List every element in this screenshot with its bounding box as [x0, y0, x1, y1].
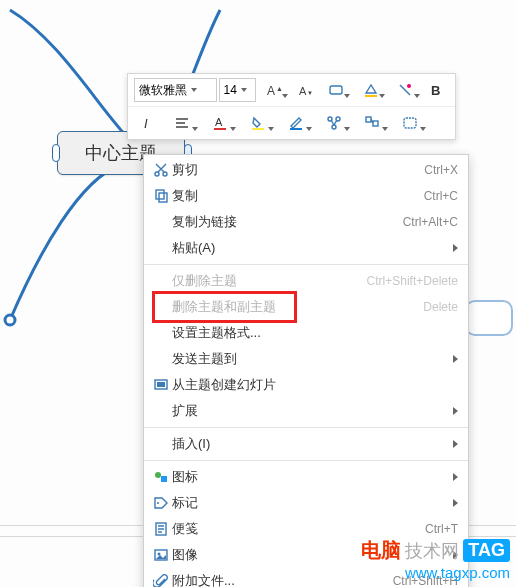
- menu-send-topic-to[interactable]: 发送主题到: [144, 346, 468, 372]
- chevron-down-icon: [420, 127, 426, 131]
- increase-font-button[interactable]: A▲: [258, 78, 291, 102]
- menu-image[interactable]: 图像: [144, 542, 468, 568]
- menu-send-topic-to-label: 发送主题到: [172, 350, 453, 368]
- menu-extensions-label: 扩展: [172, 402, 453, 420]
- chevron-right-icon: [453, 499, 458, 507]
- boundary-button[interactable]: [392, 111, 428, 135]
- menu-copy-shortcut: Ctrl+C: [424, 189, 458, 203]
- svg-point-7: [407, 84, 411, 88]
- floating-format-toolbar: 微软雅黑 14 A▲ A▼ B I: [127, 73, 456, 140]
- svg-text:B: B: [431, 83, 440, 98]
- context-menu: 剪切 Ctrl+X 复制 Ctrl+C 复制为链接 Ctrl+Alt+C 粘贴(…: [143, 154, 469, 587]
- menu-format-topic[interactable]: 设置主题格式...: [144, 320, 468, 346]
- menu-attachment[interactable]: 附加文件... Ctrl+Shift+H: [144, 568, 468, 587]
- chevron-down-icon: [306, 127, 312, 131]
- menu-insert[interactable]: 插入(I): [144, 431, 468, 457]
- chevron-down-icon: [344, 127, 350, 131]
- menu-tags[interactable]: 标记: [144, 490, 468, 516]
- copy-icon: [150, 188, 172, 204]
- menu-notes-shortcut: Ctrl+T: [425, 522, 458, 536]
- menu-format-topic-label: 设置主题格式...: [172, 324, 458, 342]
- topic-handle-left[interactable]: [52, 144, 60, 162]
- menu-delete-topic-and-sub: 删除主题和副主题 Delete: [144, 294, 468, 320]
- layout-button[interactable]: [354, 111, 390, 135]
- decrease-font-button[interactable]: A▼: [292, 78, 317, 102]
- line-color-button[interactable]: [389, 78, 422, 102]
- menu-delete-topic-and-sub-shortcut: Delete: [423, 300, 458, 314]
- svg-rect-23: [159, 193, 167, 202]
- menu-paste[interactable]: 粘贴(A): [144, 235, 468, 261]
- chevron-down-icon: [382, 127, 388, 131]
- chevron-down-icon: [268, 127, 274, 131]
- shapes-icon: [150, 469, 172, 485]
- menu-attachment-shortcut: Ctrl+Shift+H: [393, 574, 458, 587]
- svg-text:▼: ▼: [307, 90, 313, 96]
- svg-rect-25: [157, 382, 165, 387]
- chevron-down-icon: [282, 94, 288, 98]
- menu-separator: [144, 264, 468, 265]
- align-button[interactable]: [164, 111, 200, 135]
- svg-rect-17: [366, 117, 371, 122]
- menu-copy[interactable]: 复制 Ctrl+C: [144, 183, 468, 209]
- menu-copy-as-link-label: 复制为链接: [172, 213, 403, 231]
- svg-text:▲: ▲: [276, 85, 282, 92]
- font-size-value: 14: [224, 83, 237, 97]
- menu-cut-label: 剪切: [172, 161, 424, 179]
- font-color-button[interactable]: A: [202, 111, 238, 135]
- menu-cut-shortcut: Ctrl+X: [424, 163, 458, 177]
- menu-cut[interactable]: 剪切 Ctrl+X: [144, 157, 468, 183]
- paperclip-icon: [150, 573, 172, 587]
- chevron-down-icon: [230, 127, 236, 131]
- svg-point-21: [163, 172, 167, 176]
- menu-delete-topic-and-sub-label: 删除主题和副主题: [172, 298, 423, 316]
- relationship-button[interactable]: [316, 111, 352, 135]
- svg-rect-11: [214, 128, 226, 130]
- chevron-down-icon: [344, 94, 350, 98]
- font-family-select[interactable]: 微软雅黑: [134, 78, 217, 102]
- font-size-select[interactable]: 14: [219, 78, 256, 102]
- italic-button[interactable]: I: [134, 111, 162, 135]
- chevron-down-icon: [241, 88, 247, 92]
- chevron-down-icon: [379, 94, 385, 98]
- fill-color-button[interactable]: [354, 78, 387, 102]
- svg-text:A: A: [215, 116, 223, 128]
- slide-icon: [150, 377, 172, 393]
- chevron-down-icon: [191, 88, 197, 92]
- topic-shape-button[interactable]: [320, 78, 353, 102]
- menu-create-slide[interactable]: 从主题创建幻灯片: [144, 372, 468, 398]
- menu-copy-label: 复制: [172, 187, 424, 205]
- svg-point-20: [155, 172, 159, 176]
- menu-copy-as-link[interactable]: 复制为链接 Ctrl+Alt+C: [144, 209, 468, 235]
- menu-insert-label: 插入(I): [172, 435, 453, 453]
- menu-extensions[interactable]: 扩展: [144, 398, 468, 424]
- chevron-right-icon: [453, 473, 458, 481]
- border-color-button[interactable]: [278, 111, 314, 135]
- svg-rect-22: [156, 190, 164, 199]
- svg-rect-13: [290, 128, 302, 130]
- image-icon: [150, 547, 172, 563]
- topic-card-peek: [465, 300, 513, 336]
- menu-delete-topic-only: 仅删除主题 Ctrl+Shift+Delete: [144, 268, 468, 294]
- menu-image-label: 图像: [172, 546, 453, 564]
- svg-point-26: [155, 472, 161, 478]
- chevron-right-icon: [453, 244, 458, 252]
- highlight-color-button[interactable]: [240, 111, 276, 135]
- menu-delete-topic-only-shortcut: Ctrl+Shift+Delete: [367, 274, 458, 288]
- svg-rect-18: [373, 121, 378, 126]
- scissors-icon: [150, 162, 172, 178]
- svg-rect-6: [365, 95, 377, 97]
- bold-button[interactable]: B: [424, 78, 449, 102]
- svg-rect-12: [252, 128, 264, 130]
- svg-text:I: I: [144, 116, 148, 131]
- menu-notes-label: 便笺: [172, 520, 425, 538]
- menu-separator: [144, 460, 468, 461]
- font-family-value: 微软雅黑: [139, 82, 187, 99]
- svg-point-0: [5, 315, 15, 325]
- chevron-down-icon: [414, 94, 420, 98]
- menu-notes[interactable]: 便笺 Ctrl+T: [144, 516, 468, 542]
- menu-icons[interactable]: 图标: [144, 464, 468, 490]
- svg-point-31: [158, 553, 161, 556]
- svg-point-28: [157, 502, 159, 504]
- menu-paste-label: 粘贴(A): [172, 239, 453, 257]
- svg-rect-19: [404, 118, 416, 128]
